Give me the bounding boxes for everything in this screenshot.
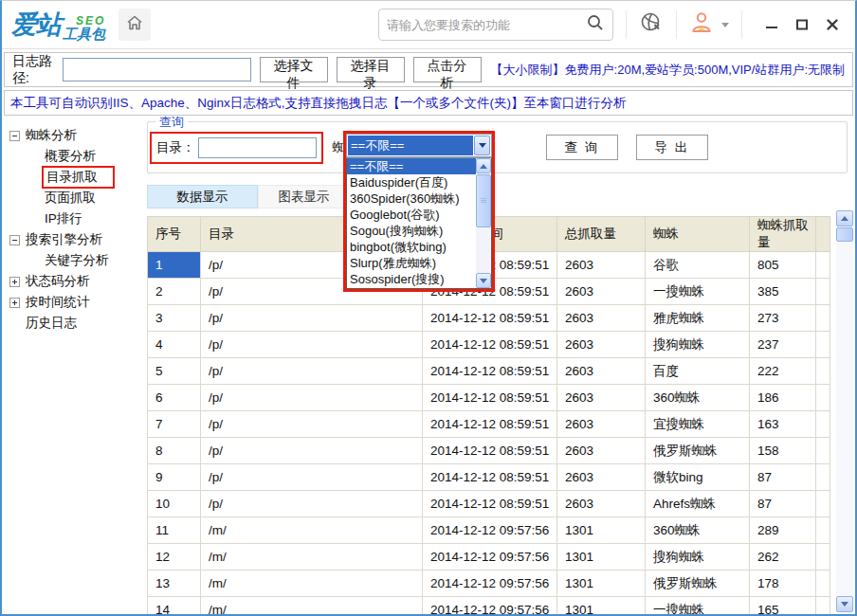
tree-expander-icon[interactable] xyxy=(9,131,20,141)
cell-total[interactable]: 1301 xyxy=(557,517,646,544)
cell-directory[interactable]: /m/ xyxy=(201,571,423,597)
cell-count[interactable]: 222 xyxy=(750,358,816,385)
toolbar-button[interactable]: 选择目录 xyxy=(337,57,405,82)
table-row[interactable]: 13 /m/ 2014-12-12 09:57:56 1301 俄罗斯蜘蛛 17… xyxy=(148,571,830,597)
cell-total[interactable]: 1301 xyxy=(557,597,646,615)
cell-index[interactable]: 9 xyxy=(148,464,201,491)
cell-index[interactable]: 12 xyxy=(148,544,201,571)
spider-combobox[interactable]: ==不限== xyxy=(346,134,492,157)
cell-total[interactable]: 2603 xyxy=(557,411,646,438)
cell-time[interactable]: 2014-12-12 08:59:51 xyxy=(423,332,557,358)
scroll-up-icon[interactable] xyxy=(836,210,853,226)
cell-count[interactable]: 262 xyxy=(750,544,816,571)
cell-count[interactable]: 237 xyxy=(750,332,816,358)
cell-total[interactable]: 2603 xyxy=(557,358,646,385)
column-header[interactable] xyxy=(816,217,830,252)
cell-spider[interactable]: 微软bing xyxy=(646,464,750,491)
column-header[interactable]: 序号 xyxy=(148,217,201,252)
table-row[interactable]: 10 /p/ 2014-12-12 08:59:51 2603 Ahrefs蜘蛛… xyxy=(148,491,830,517)
cell-directory[interactable]: /p/ xyxy=(201,358,423,385)
cell-count[interactable]: 186 xyxy=(750,385,816,411)
cell-directory[interactable]: /p/ xyxy=(201,464,423,491)
cell-time[interactable]: 2014-12-12 09:57:56 xyxy=(423,571,557,597)
sidebar-item[interactable]: 概要分析 xyxy=(2,146,144,167)
scroll-down-icon[interactable] xyxy=(476,273,491,288)
cell-total[interactable]: 2603 xyxy=(557,464,646,491)
cell-spider[interactable]: 一搜蜘蛛 xyxy=(646,597,750,615)
sidebar-item[interactable]: 历史日志 xyxy=(2,313,144,334)
cell-directory[interactable]: /p/ xyxy=(201,385,423,411)
scrollbar-thumb[interactable] xyxy=(476,174,491,227)
spider-option[interactable]: bingbot(微软bing) xyxy=(347,239,476,255)
cell-time[interactable]: 2014-12-12 09:57:56 xyxy=(423,517,557,544)
toolbar-button[interactable]: 选择文件 xyxy=(260,57,328,82)
scroll-up-icon[interactable] xyxy=(476,158,491,173)
cell-index[interactable]: 4 xyxy=(148,332,201,358)
cell-time[interactable]: 2014-12-12 08:59:51 xyxy=(423,411,557,438)
cell-time[interactable]: 2014-12-12 08:59:51 xyxy=(423,385,557,411)
maximize-button[interactable] xyxy=(789,11,815,38)
spider-option[interactable]: Slurp(雅虎蜘蛛) xyxy=(347,255,476,271)
tree-expander-icon[interactable] xyxy=(9,277,20,287)
table-row[interactable]: 6 /p/ 2014-12-12 08:59:51 2603 360蜘蛛 186 xyxy=(148,385,830,411)
user-account-button[interactable] xyxy=(689,10,729,39)
spider-option[interactable]: ==不限== xyxy=(347,158,476,174)
cell-total[interactable]: 2603 xyxy=(557,491,646,517)
cell-time[interactable]: 2014-12-12 09:57:56 xyxy=(423,597,557,615)
cell-index[interactable]: 7 xyxy=(148,411,201,438)
sidebar-item[interactable]: 按时间统计 xyxy=(2,292,144,313)
cell-spider[interactable]: 360蜘蛛 xyxy=(646,385,750,411)
spider-option[interactable]: 360Spider(360蜘蛛) xyxy=(347,190,476,207)
cell-spider[interactable]: 雅虎蜘蛛 xyxy=(646,305,750,332)
combobox-arrow-icon[interactable] xyxy=(474,136,490,155)
sidebar-item[interactable]: 搜索引擎分析 xyxy=(2,229,144,250)
close-button[interactable] xyxy=(819,11,846,38)
cell-count[interactable]: 87 xyxy=(750,464,816,491)
cell-total[interactable]: 2603 xyxy=(557,305,646,332)
cell-spider[interactable]: 百度 xyxy=(646,358,750,385)
cell-time[interactable]: 2014-12-12 08:59:51 xyxy=(423,464,557,491)
sidebar-item[interactable]: 目录抓取 xyxy=(2,167,144,188)
tree-expander-icon[interactable] xyxy=(9,298,20,308)
cell-total[interactable]: 2603 xyxy=(557,279,646,305)
search-input[interactable] xyxy=(387,18,586,32)
cell-time[interactable]: 2014-12-12 08:59:51 xyxy=(423,305,557,332)
query-button[interactable]: 查 询 xyxy=(546,135,618,160)
cell-total[interactable]: 2603 xyxy=(557,385,646,411)
table-scrollbar[interactable] xyxy=(836,210,853,612)
cell-directory[interactable]: /m/ xyxy=(201,544,423,571)
spider-option[interactable]: Sosospider(搜搜) xyxy=(347,271,476,287)
table-row[interactable]: 3 /p/ 2014-12-12 08:59:51 2603 雅虎蜘蛛 273 xyxy=(148,305,830,332)
cell-directory[interactable]: /p/ xyxy=(201,491,423,517)
cell-spider[interactable]: 一搜蜘蛛 xyxy=(646,279,750,305)
cell-index[interactable]: 13 xyxy=(148,571,201,597)
cell-directory[interactable]: /p/ xyxy=(201,411,423,438)
tools-button[interactable] xyxy=(639,10,664,39)
cell-spider[interactable]: 俄罗斯蜘蛛 xyxy=(646,438,750,464)
logpath-input[interactable] xyxy=(63,58,250,82)
minimize-button[interactable] xyxy=(758,11,785,38)
spider-option[interactable]: Googlebot(谷歌) xyxy=(347,207,476,223)
view-tab[interactable]: 图表显示 xyxy=(258,185,350,208)
column-header[interactable]: 蜘蛛 xyxy=(646,217,750,252)
dir-input[interactable] xyxy=(198,137,317,158)
cell-total[interactable]: 2603 xyxy=(557,438,646,464)
cell-time[interactable]: 2014-12-12 08:59:51 xyxy=(423,491,557,517)
cell-index[interactable]: 1 xyxy=(148,252,201,279)
table-row[interactable]: 8 /p/ 2014-12-12 08:59:51 2603 俄罗斯蜘蛛 158 xyxy=(148,438,830,464)
table-row[interactable]: 14 /m/ 2014-12-12 09:57:56 1301 一搜蜘蛛 165 xyxy=(148,597,830,615)
scrollbar-thumb[interactable] xyxy=(836,227,853,242)
cell-directory[interactable]: /p/ xyxy=(201,305,423,332)
dropdown-scrollbar[interactable] xyxy=(476,158,491,288)
cell-time[interactable]: 2014-12-12 08:59:51 xyxy=(423,438,557,464)
cell-total[interactable]: 2603 xyxy=(557,332,646,358)
scroll-down-icon[interactable] xyxy=(836,596,853,612)
cell-index[interactable]: 5 xyxy=(148,358,201,385)
cell-spider[interactable]: 搜狗蜘蛛 xyxy=(646,332,750,358)
cell-count[interactable]: 273 xyxy=(750,305,816,332)
cell-count[interactable]: 87 xyxy=(750,491,816,517)
cell-spider[interactable]: 谷歌 xyxy=(646,252,750,279)
cell-count[interactable]: 178 xyxy=(750,571,816,597)
cell-spider[interactable]: 宜搜蜘蛛 xyxy=(646,411,750,438)
cell-count[interactable]: 289 xyxy=(750,517,816,544)
